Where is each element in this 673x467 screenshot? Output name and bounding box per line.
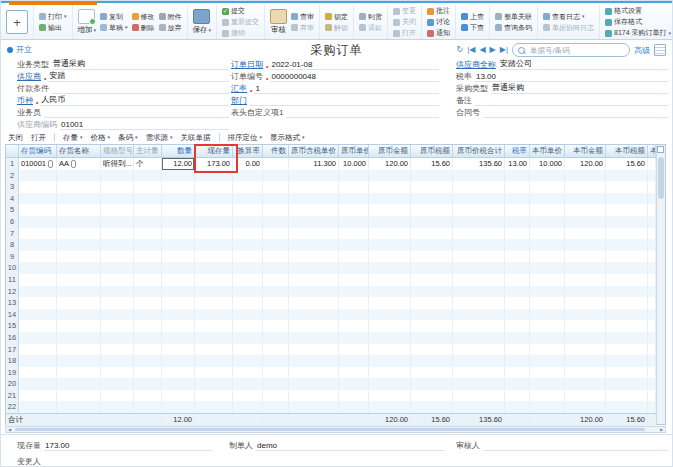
column-header-amount[interactable]: 原币金额 xyxy=(369,145,411,157)
field-label[interactable]: 部门 xyxy=(231,95,247,106)
cell-qty[interactable] xyxy=(162,274,195,286)
cell-stock[interactable] xyxy=(195,378,233,390)
modify-button[interactable]: 修改 xyxy=(132,12,155,22)
cell-qty[interactable] xyxy=(162,367,195,379)
cell-pieces[interactable] xyxy=(263,181,289,193)
cell-bamount[interactable] xyxy=(565,309,606,321)
cell-amount[interactable]: 120.00 xyxy=(369,158,411,170)
cell-bprice[interactable] xyxy=(530,320,565,332)
cell-rate[interactable] xyxy=(233,228,263,240)
cell-price[interactable] xyxy=(339,332,369,344)
cell-stock[interactable] xyxy=(195,239,233,251)
cell-btax[interactable] xyxy=(606,204,648,216)
cell-taxrate[interactable]: 13.00 xyxy=(505,158,530,170)
cell-taxprice[interactable] xyxy=(289,274,339,286)
field-value[interactable]: 人民币 xyxy=(40,94,229,106)
cell-price[interactable] xyxy=(339,228,369,240)
cell-qty[interactable] xyxy=(162,251,195,263)
cell-pieces[interactable] xyxy=(263,309,289,321)
grid-toolbar-item[interactable]: 打开 xyxy=(31,133,46,143)
cell-price[interactable] xyxy=(339,355,369,367)
cell-btax[interactable] xyxy=(606,401,648,413)
column-header-stock[interactable]: 现存量 xyxy=(195,145,233,157)
field-label[interactable]: 订单日期 xyxy=(231,59,263,70)
cell-bmore[interactable] xyxy=(648,251,656,263)
cell-rownum[interactable]: 9 xyxy=(6,251,19,263)
notify-button[interactable]: 通知 xyxy=(427,28,450,38)
cell-amount[interactable] xyxy=(369,297,411,309)
cell-name[interactable] xyxy=(57,286,101,298)
cell-bmore[interactable] xyxy=(648,204,656,216)
cell-qty[interactable] xyxy=(162,286,195,298)
field-value[interactable] xyxy=(483,117,668,118)
cell-unit[interactable] xyxy=(134,378,162,390)
cell-bmore[interactable] xyxy=(648,378,656,390)
cell-rownum[interactable]: 15 xyxy=(6,320,19,332)
cell-pieces[interactable] xyxy=(263,204,289,216)
cell-pieces[interactable] xyxy=(263,355,289,367)
cell-qty[interactable] xyxy=(162,262,195,274)
cell-bamount[interactable] xyxy=(565,181,606,193)
cell-taxprice[interactable] xyxy=(289,390,339,402)
cell-tax[interactable] xyxy=(411,204,453,216)
grid-toolbar-item[interactable]: 存量▾ xyxy=(63,133,83,143)
cell-price[interactable] xyxy=(339,297,369,309)
cell-btax[interactable] xyxy=(606,251,648,263)
cell-unit[interactable] xyxy=(134,216,162,228)
open-order-button[interactable]: 打开 xyxy=(393,28,416,38)
cell-bmore[interactable] xyxy=(648,320,656,332)
cell-rate[interactable] xyxy=(233,193,263,205)
cell-name[interactable]: AA xyxy=(57,158,101,170)
cell-bprice[interactable] xyxy=(530,286,565,298)
change-button[interactable]: 变更 xyxy=(393,6,416,16)
cell-spec[interactable] xyxy=(101,170,134,182)
column-header-name[interactable]: 存货名称 xyxy=(57,145,101,157)
cell-spec[interactable] xyxy=(101,204,134,216)
cell-qty[interactable] xyxy=(162,390,195,402)
cell-stock[interactable] xyxy=(195,262,233,274)
cell-taxprice[interactable] xyxy=(289,262,339,274)
cell-tax[interactable] xyxy=(411,274,453,286)
column-header-taxrate[interactable]: 税率 xyxy=(505,145,530,157)
cell-btax[interactable] xyxy=(606,262,648,274)
cell-total[interactable] xyxy=(453,274,505,286)
cell-taxrate[interactable] xyxy=(505,332,530,344)
cell-stock[interactable] xyxy=(195,344,233,356)
cell-bmore[interactable] xyxy=(648,355,656,367)
cell-btax[interactable] xyxy=(606,181,648,193)
cell-bmore[interactable] xyxy=(648,401,656,413)
cell-taxprice[interactable] xyxy=(289,378,339,390)
cell-unit[interactable] xyxy=(134,193,162,205)
cell-tax[interactable] xyxy=(411,344,453,356)
cell-bprice[interactable] xyxy=(530,239,565,251)
cell-spec[interactable] xyxy=(101,332,134,344)
cell-unit[interactable] xyxy=(134,204,162,216)
cell-price[interactable] xyxy=(339,204,369,216)
cell-spec[interactable] xyxy=(101,181,134,193)
cell-rownum[interactable]: 8 xyxy=(6,239,19,251)
cell-spec[interactable] xyxy=(101,309,134,321)
cell-spec[interactable] xyxy=(101,239,134,251)
print-template-button[interactable]: 8174 采购订单打▾ xyxy=(605,28,671,38)
check-audit-button[interactable]: 查审 xyxy=(291,12,314,22)
cell-stock[interactable] xyxy=(195,228,233,240)
cell-bamount[interactable] xyxy=(565,401,606,413)
cell-pieces[interactable] xyxy=(263,170,289,182)
advanced-search-link[interactable]: 高级 xyxy=(634,45,650,56)
cell-btax[interactable] xyxy=(606,170,648,182)
cell-unit[interactable] xyxy=(134,286,162,298)
cell-rate[interactable] xyxy=(233,239,263,251)
cell-spec[interactable] xyxy=(101,286,134,298)
cell-unit[interactable] xyxy=(134,274,162,286)
cell-taxprice[interactable] xyxy=(289,332,339,344)
cell-taxrate[interactable] xyxy=(505,170,530,182)
cell-pieces[interactable] xyxy=(263,228,289,240)
cell-bmore[interactable] xyxy=(648,367,656,379)
column-header-taxprice[interactable]: 原币含税单价 xyxy=(289,145,339,157)
cell-bmore[interactable] xyxy=(648,297,656,309)
cell-rownum[interactable]: 13 xyxy=(6,297,19,309)
cell-bprice[interactable] xyxy=(530,193,565,205)
cell-stock[interactable] xyxy=(195,390,233,402)
footer-field-value[interactable] xyxy=(483,450,668,451)
cell-rownum[interactable]: 22 xyxy=(6,401,19,413)
